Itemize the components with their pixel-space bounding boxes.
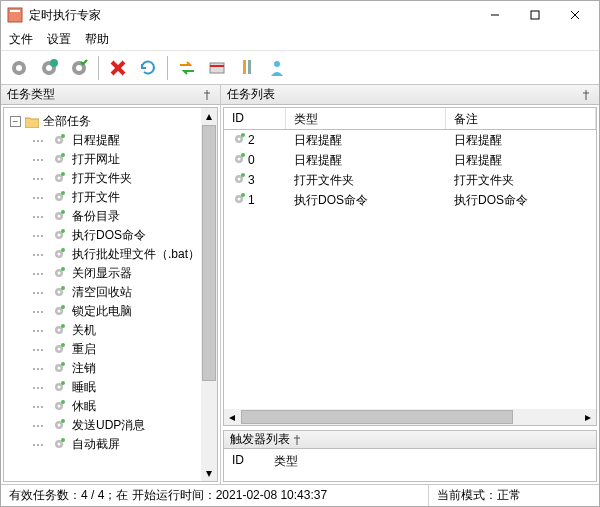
tree-branch-icon: ⋯ (28, 210, 48, 224)
svg-point-63 (58, 404, 61, 407)
tree-branch-icon: ⋯ (28, 248, 48, 262)
tree-item[interactable]: ⋯发送UDP消息 (6, 416, 215, 435)
tree-item[interactable]: ⋯重启 (6, 340, 215, 359)
svg-point-78 (238, 177, 241, 180)
scroll-down-icon[interactable]: ▾ (201, 465, 217, 481)
tool-swap-icon[interactable] (173, 54, 201, 82)
col-id[interactable]: ID (224, 108, 286, 129)
task-type-icon (52, 133, 68, 149)
trigger-col-id[interactable]: ID (232, 453, 244, 477)
tool-tools-icon[interactable] (233, 54, 261, 82)
svg-point-33 (58, 214, 61, 217)
tree-item[interactable]: ⋯清空回收站 (6, 283, 215, 302)
task-type-icon (52, 285, 68, 301)
svg-point-76 (241, 153, 245, 157)
svg-point-40 (61, 248, 65, 252)
tree-item[interactable]: ⋯打开文件 (6, 188, 215, 207)
tree-item-label: 关机 (72, 322, 96, 339)
scroll-left-icon[interactable]: ◂ (224, 409, 240, 425)
tree-root[interactable]: −全部任务 (6, 112, 215, 131)
tree-scrollbar[interactable]: ▴ ▾ (201, 108, 217, 481)
tool-delete-icon[interactable] (104, 54, 132, 82)
scroll-up-icon[interactable]: ▴ (201, 108, 217, 124)
row-id: 2 (248, 133, 255, 147)
tree-branch-icon: ⋯ (28, 324, 48, 338)
tree-branch-icon: ⋯ (28, 286, 48, 300)
svg-rect-17 (243, 60, 246, 74)
row-icon (232, 152, 246, 169)
tool-gear-check-icon[interactable] (65, 54, 93, 82)
tree-item-label: 打开文件 (72, 189, 120, 206)
svg-point-46 (61, 286, 65, 290)
svg-point-75 (238, 157, 241, 160)
svg-point-36 (58, 233, 61, 236)
svg-point-25 (61, 153, 65, 157)
minimize-button[interactable] (475, 2, 515, 28)
table-row[interactable]: 3打开文件夹打开文件夹 (224, 170, 596, 190)
collapse-icon[interactable]: − (10, 116, 21, 127)
tree-item[interactable]: ⋯执行批处理文件（.bat） (6, 245, 215, 264)
row-icon (232, 192, 246, 209)
row-id: 3 (248, 173, 255, 187)
task-list[interactable]: ID 类型 备注 2日程提醒日程提醒0日程提醒日程提醒3打开文件夹打开文件夹1执… (223, 107, 597, 426)
svg-point-48 (58, 309, 61, 312)
row-type: 执行DOS命令 (286, 192, 446, 209)
col-note[interactable]: 备注 (446, 108, 596, 129)
svg-point-81 (238, 197, 241, 200)
tree-item[interactable]: ⋯休眠 (6, 397, 215, 416)
tree-branch-icon: ⋯ (28, 153, 48, 167)
menu-settings[interactable]: 设置 (47, 31, 71, 48)
svg-point-9 (46, 65, 52, 71)
scroll-right-icon[interactable]: ▸ (580, 409, 596, 425)
close-button[interactable] (555, 2, 595, 28)
tree-item[interactable]: ⋯关闭显示器 (6, 264, 215, 283)
tree-item[interactable]: ⋯睡眠 (6, 378, 215, 397)
toolbar (1, 51, 599, 85)
svg-point-7 (16, 65, 22, 71)
pin-icon[interactable] (579, 88, 593, 102)
svg-rect-1 (10, 10, 20, 12)
menu-file[interactable]: 文件 (9, 31, 33, 48)
window-title: 定时执行专家 (29, 7, 475, 24)
tool-panel-icon[interactable] (203, 54, 231, 82)
maximize-button[interactable] (515, 2, 555, 28)
menu-help[interactable]: 帮助 (85, 31, 109, 48)
tool-user-icon[interactable] (263, 54, 291, 82)
svg-point-19 (274, 61, 280, 67)
row-note: 日程提醒 (446, 132, 596, 149)
table-row[interactable]: 1执行DOS命令执行DOS命令 (224, 190, 596, 210)
tool-gear-icon[interactable] (5, 54, 33, 82)
task-type-icon (52, 437, 68, 453)
task-type-tree[interactable]: −全部任务⋯日程提醒⋯打开网址⋯打开文件夹⋯打开文件⋯备份目录⋯执行DOS命令⋯… (3, 107, 218, 482)
pin-icon[interactable] (200, 88, 214, 102)
tree-item[interactable]: ⋯注销 (6, 359, 215, 378)
tree-item[interactable]: ⋯锁定此电脑 (6, 302, 215, 321)
task-type-icon (52, 399, 68, 415)
trigger-col-type[interactable]: 类型 (274, 453, 298, 477)
menubar: 文件 设置 帮助 (1, 29, 599, 51)
col-type[interactable]: 类型 (286, 108, 446, 129)
tree-item[interactable]: ⋯日程提醒 (6, 131, 215, 150)
tree-item-label: 锁定此电脑 (72, 303, 132, 320)
pin-icon[interactable] (290, 433, 304, 447)
table-row[interactable]: 2日程提醒日程提醒 (224, 130, 596, 150)
table-row[interactable]: 0日程提醒日程提醒 (224, 150, 596, 170)
tree-item[interactable]: ⋯自动截屏 (6, 435, 215, 454)
tree-item-label: 关闭显示器 (72, 265, 132, 282)
tree-item-label: 清空回收站 (72, 284, 132, 301)
tree-item[interactable]: ⋯关机 (6, 321, 215, 340)
tool-gear-active-icon[interactable] (35, 54, 63, 82)
tree-item[interactable]: ⋯备份目录 (6, 207, 215, 226)
tool-refresh-icon[interactable] (134, 54, 162, 82)
svg-point-73 (241, 133, 245, 137)
svg-point-30 (58, 195, 61, 198)
task-list-panel: 任务列表 ID 类型 备注 2日程提醒日程提醒0日程提醒日程提醒3打开文件夹打开… (221, 85, 599, 484)
svg-point-24 (58, 157, 61, 160)
svg-rect-3 (531, 11, 539, 19)
tree-item[interactable]: ⋯打开文件夹 (6, 169, 215, 188)
svg-point-66 (58, 423, 61, 426)
list-hscroll[interactable]: ◂ ▸ (224, 409, 596, 425)
tree-item[interactable]: ⋯执行DOS命令 (6, 226, 215, 245)
tree-item[interactable]: ⋯打开网址 (6, 150, 215, 169)
task-type-icon (52, 190, 68, 206)
